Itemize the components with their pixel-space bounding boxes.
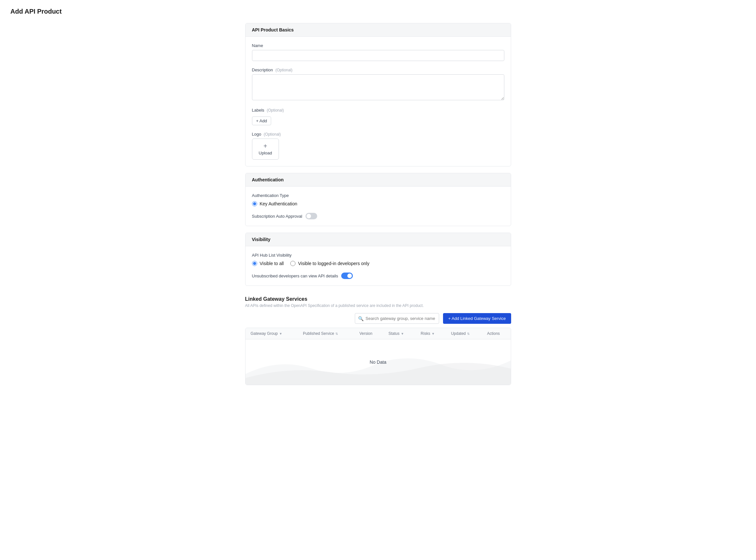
page-container: Add API Product API Product Basics Name … [0,0,756,393]
visible-all-label: Visible to all [260,261,284,266]
table-toolbar: 🔍 + Add Linked Gateway Service [245,313,511,324]
header-row: Gateway Group ▼ Published Service ⇅ [246,328,511,339]
subscription-auto-row: Subscription Auto Approval [252,213,504,219]
th-updated: Updated ⇅ [446,328,482,339]
table-container: Gateway Group ▼ Published Service ⇅ [245,328,511,385]
description-group: Description (Optional) [252,67,504,101]
api-product-basics-section: API Product Basics Name Description (Opt… [245,23,511,166]
unsubscribed-toggle[interactable] [341,273,353,279]
add-linked-gateway-button[interactable]: + Add Linked Gateway Service [443,313,511,324]
upload-label: Upload [259,151,272,155]
actions-col-label: Actions [487,331,500,336]
version-col-label: Version [359,331,372,336]
upload-button[interactable]: + Upload [252,139,279,160]
visible-logged-label: Visible to logged-in developers only [298,261,369,266]
th-published-service: Published Service ⇅ [298,328,354,339]
authentication-section: Authentication Authentication Type Key A… [245,173,511,226]
status-filter-icon[interactable]: ▼ [401,332,404,336]
unsubscribed-label: Unsubscribed developers can view API det… [252,274,338,278]
visibility-header: Visibility [246,233,511,246]
subscription-auto-toggle[interactable] [306,213,317,219]
status-col-label: Status [389,331,400,336]
risks-filter-icon[interactable]: ▼ [431,332,435,336]
auth-radio-group: Key Authentication [252,201,504,206]
name-group: Name [252,43,504,61]
th-risks: Risks ▼ [415,328,446,339]
updated-col-label: Updated [451,331,466,336]
no-data-text: No Data [370,359,386,365]
visible-all-radio[interactable] [252,261,257,266]
key-auth-radio[interactable] [252,201,257,206]
add-label-button[interactable]: + Add [252,117,271,125]
labels-group: Labels (Optional) + Add [252,108,504,125]
subscription-auto-label: Subscription Auto Approval [252,214,302,219]
logo-group: Logo (Optional) + Upload [252,132,504,160]
th-version: Version [354,328,383,339]
gateway-group-filter-icon[interactable]: ▼ [279,332,283,336]
name-input[interactable] [252,50,504,61]
gateway-group-col-label: Gateway Group [251,331,278,336]
form-container: API Product Basics Name Description (Opt… [245,23,511,385]
published-service-sort-icon[interactable]: ⇅ [335,332,338,336]
no-data-area: No Data [246,339,511,385]
upload-plus-icon: + [263,143,267,149]
updated-sort-icon[interactable]: ⇅ [467,332,470,336]
linked-title: Linked Gateway Services [245,296,511,302]
description-textarea[interactable] [252,74,504,100]
logo-optional: (Optional) [264,132,281,137]
no-data-row: No Data [246,339,511,385]
no-data-cell: No Data [246,339,511,385]
visible-all-option[interactable]: Visible to all [252,261,284,266]
description-optional: (Optional) [275,68,292,72]
api-hub-visibility-group: API Hub List Visibility Visible to all V… [252,253,504,266]
search-wrapper: 🔍 [355,313,439,324]
visibility-section: Visibility API Hub List Visibility Visib… [245,233,511,286]
visible-logged-radio[interactable] [290,261,295,266]
linked-gateway-section: Linked Gateway Services All APIs defined… [245,296,511,385]
labels-label: Labels (Optional) [252,108,504,113]
visible-logged-option[interactable]: Visible to logged-in developers only [290,261,369,266]
authentication-body: Authentication Type Key Authentication S… [246,186,511,226]
visibility-radio-group: Visible to all Visible to logged-in deve… [252,261,504,266]
linked-description: All APIs defined within the OpenAPI Spec… [245,303,511,308]
api-hub-visibility-label: API Hub List Visibility [252,253,504,258]
key-auth-option[interactable]: Key Authentication [252,201,504,206]
table-body: No Data [246,339,511,385]
th-actions: Actions [482,328,511,339]
description-label: Description (Optional) [252,67,504,72]
gateway-table: Gateway Group ▼ Published Service ⇅ [246,328,511,385]
api-product-basics-header: API Product Basics [246,23,511,37]
subscription-auto-slider [306,213,317,219]
api-product-basics-body: Name Description (Optional) Labels (Opti… [246,37,511,166]
labels-optional: (Optional) [267,108,284,113]
key-auth-label: Key Authentication [260,201,298,206]
authentication-header: Authentication [246,173,511,186]
auth-type-label: Authentication Type [252,193,504,198]
no-data-background [246,352,511,385]
th-status: Status ▼ [383,328,415,339]
search-input[interactable] [355,313,439,324]
risks-col-label: Risks [421,331,430,336]
th-gateway-group: Gateway Group ▼ [246,328,298,339]
page-title: Add API Product [11,8,745,15]
logo-label: Logo (Optional) [252,132,504,137]
unsubscribed-row: Unsubscribed developers can view API det… [252,273,504,279]
auth-type-group: Authentication Type Key Authentication [252,193,504,206]
published-service-col-label: Published Service [303,331,334,336]
name-label: Name [252,43,504,48]
table-header: Gateway Group ▼ Published Service ⇅ [246,328,511,339]
visibility-body: API Hub List Visibility Visible to all V… [246,246,511,285]
search-icon: 🔍 [358,316,364,321]
unsubscribed-slider [341,273,353,279]
